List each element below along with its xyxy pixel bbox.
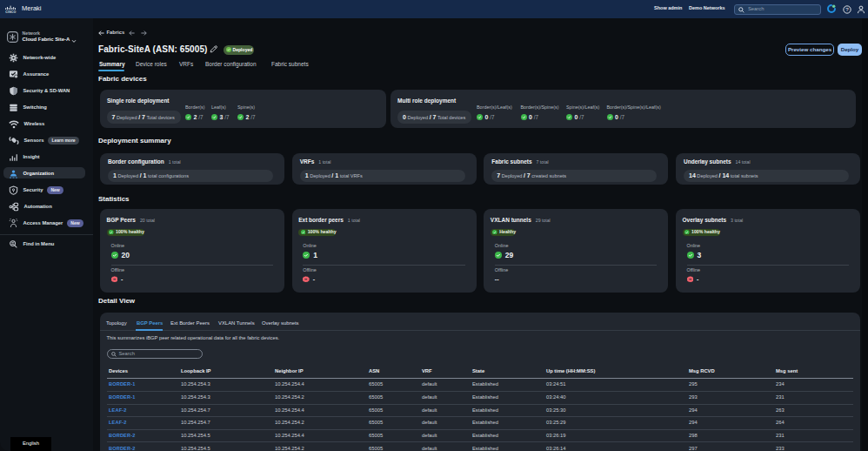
- svg-text:CISCO: CISCO: [5, 10, 16, 13]
- svg-text:?: ?: [845, 6, 849, 12]
